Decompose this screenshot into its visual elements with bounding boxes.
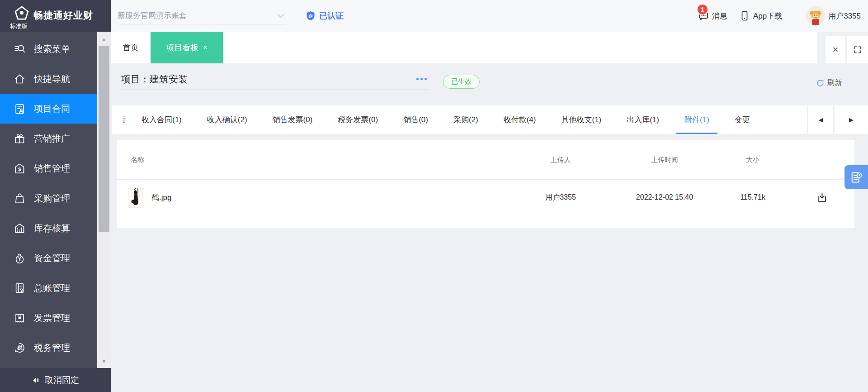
tabs-scroll-left-button[interactable]: ◀ — [808, 105, 833, 134]
svg-text:$: $ — [18, 166, 21, 172]
sidebar-scrollbar[interactable]: ▲ ▼ — [97, 32, 111, 368]
section-tab-changes[interactable]: 变更 — [722, 105, 763, 134]
shield-icon: 企 — [305, 10, 316, 21]
header-uploader: 上传人 — [533, 140, 588, 180]
shopping-bag-icon — [14, 192, 26, 205]
scroll-down-icon[interactable]: ▼ — [97, 358, 111, 364]
table-header-row: 名称 上传人 上传时间 大小 — [117, 140, 854, 180]
collapse-left-icon — [32, 375, 42, 385]
refresh-icon — [816, 79, 825, 87]
money-bag-icon: ¥ — [14, 252, 26, 264]
sidebar-item-invoice-mgmt[interactable]: ¥ 发票管理 — [0, 303, 97, 333]
section-tab-stock-io[interactable]: 出入库(1) — [614, 105, 672, 134]
section-tab-sales-invoice[interactable]: 销售发票(0) — [260, 105, 326, 134]
user-menu[interactable]: 用户3355 — [806, 6, 861, 25]
messages-button[interactable]: 消息 1 — [698, 10, 727, 21]
section-tab-income-contract[interactable]: 收入合同(1) — [129, 105, 194, 134]
cell-uploader: 用户3355 — [533, 180, 588, 215]
tab-home[interactable]: 首页 — [111, 32, 151, 63]
fullscreen-icon — [853, 45, 862, 54]
app-download-label: App下载 — [753, 11, 782, 21]
tab-close-icon[interactable]: × — [203, 43, 207, 52]
tax-seal-icon: 税 — [14, 342, 26, 354]
warehouse-icon — [14, 222, 26, 234]
close-icon: × — [833, 44, 839, 56]
section-tab-income-confirm[interactable]: 收入确认(2) — [194, 105, 260, 134]
fullscreen-button[interactable] — [847, 36, 868, 63]
brand-edition: 标准版 — [10, 22, 28, 30]
verified-badge[interactable]: 企 已认证 — [305, 10, 344, 21]
section-tab-other-income[interactable]: 其他收支(1) — [548, 105, 614, 134]
scroll-up-icon[interactable]: ▲ — [97, 36, 111, 43]
sales-house-icon: $ — [14, 163, 26, 175]
cell-size: 115.71k — [726, 180, 780, 215]
account-set-value: 新服务官网演示账套 — [118, 10, 187, 21]
sidebar-item-tax-mgmt[interactable]: 税 税务管理 — [0, 333, 97, 363]
sidebar-item-label: 项目合同 — [34, 103, 70, 115]
download-button[interactable] — [810, 180, 834, 215]
section-tab-payments[interactable]: 收付款(4) — [491, 105, 549, 134]
more-actions-icon[interactable] — [415, 75, 429, 83]
topbar-right: 消息 1 App下载 用户3355 — [698, 0, 861, 32]
svg-text:¥: ¥ — [20, 288, 24, 294]
svg-text:企: 企 — [308, 14, 313, 19]
phone-icon — [739, 10, 750, 21]
sidebar-item-search-menu[interactable]: 搜索菜单 — [0, 34, 97, 64]
window-controls: × — [817, 32, 868, 63]
sidebar-item-label: 税务管理 — [34, 342, 70, 354]
sidebar-item-label: 采购管理 — [34, 192, 70, 205]
sidebar-item-label: 搜索菜单 — [34, 43, 70, 55]
sidebar-item-quick-nav[interactable]: 快捷导航 — [0, 64, 97, 94]
sidebar-item-inventory[interactable]: 库存核算 — [0, 213, 97, 243]
project-report-float-button[interactable] — [844, 165, 868, 189]
unpin-label: 取消固定 — [45, 374, 79, 386]
refresh-label: 刷新 — [827, 78, 842, 88]
section-tab-purchase[interactable]: 采购(2) — [441, 105, 491, 134]
status-badge: 已生效 — [443, 75, 480, 89]
sidebar-item-sales-mgmt[interactable]: $ 销售管理 — [0, 153, 97, 183]
header-name: 名称 — [131, 140, 144, 180]
svg-text:¥: ¥ — [18, 315, 21, 320]
invoice-icon: ¥ — [14, 312, 26, 324]
sidebar-item-label: 总账管理 — [34, 282, 70, 294]
gift-icon — [14, 133, 26, 145]
brand-logo-icon — [13, 5, 31, 23]
sidebar-item-label: 资金管理 — [34, 252, 70, 264]
topbar: 新服务官网演示账套 企 已认证 消息 1 App下载 用户3355 — [111, 0, 868, 32]
header-size: 大小 — [726, 140, 780, 180]
sidebar-item-funds[interactable]: ¥ 资金管理 — [0, 243, 97, 273]
file-thumbnail[interactable] — [128, 187, 143, 208]
table-row: 鹤.jpg 用户3355 2022-12-02 15:40 115.71k — [117, 180, 854, 215]
sidebar-item-project-contract[interactable]: 项目合同 — [0, 94, 97, 124]
verified-label: 已认证 — [319, 10, 344, 21]
scrollbar-thumb[interactable] — [99, 46, 109, 232]
tab-project-board[interactable]: 项目看板 × — [151, 32, 223, 63]
tab-home-label: 首页 — [123, 42, 139, 53]
section-tab-clipped[interactable]: 行 — [123, 105, 129, 134]
sidebar-item-marketing[interactable]: 营销推广 — [0, 124, 97, 153]
home-icon — [14, 73, 26, 85]
download-icon — [816, 191, 828, 204]
sidebar: 搜索菜单 快捷导航 项目合同 营销推广 $ 销售管理 采购管理 库存核算 ¥ 资… — [0, 32, 97, 368]
project-title: 项目：建筑安装 — [121, 73, 188, 86]
sidebar-item-label: 营销推广 — [34, 133, 70, 145]
section-tab-tax-invoice[interactable]: 税务发票(0) — [325, 105, 391, 134]
unpin-sidebar-button[interactable]: 取消固定 — [0, 368, 111, 392]
doc-clock-icon — [850, 171, 863, 184]
caret-left-icon: ◀ — [819, 116, 823, 123]
page-tabs: 首页 项目看板 × × — [111, 32, 868, 63]
project-header: 项目：建筑安装 — [121, 69, 429, 90]
tabs-scroll-right-button[interactable]: ▶ — [835, 105, 868, 134]
caret-right-icon: ▶ — [849, 116, 854, 123]
sidebar-item-general-ledger[interactable]: ¥ 总账管理 — [0, 273, 97, 303]
cell-upload-time: 2022-12-02 15:40 — [628, 180, 701, 215]
file-name-link[interactable]: 鹤.jpg — [151, 180, 171, 215]
account-set-select[interactable]: 新服务官网演示账套 — [118, 7, 286, 24]
sidebar-item-purchase-mgmt[interactable]: 采购管理 — [0, 183, 97, 213]
brand-name: 畅捷通好业财 — [33, 9, 93, 22]
close-panel-button[interactable]: × — [826, 36, 845, 63]
section-tab-sales[interactable]: 销售(0) — [391, 105, 441, 134]
section-tab-attachments[interactable]: 附件(1) — [672, 105, 722, 134]
app-download-button[interactable]: App下载 — [739, 10, 782, 21]
refresh-button[interactable]: 刷新 — [816, 78, 842, 88]
